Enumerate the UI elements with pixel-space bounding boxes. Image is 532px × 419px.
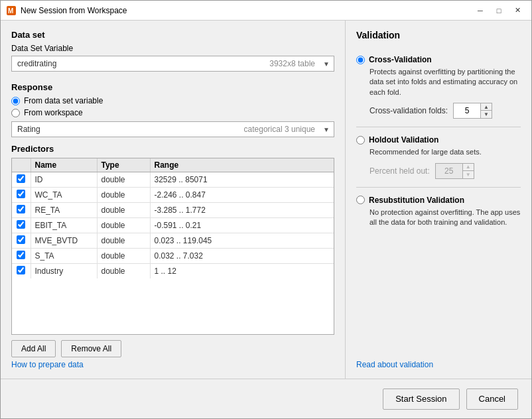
validation-section-title: Validation [356,30,521,40]
row-checkbox[interactable] [17,235,25,244]
divider1 [356,127,521,127]
left-panel: Data set Data Set Variable creditrating … [1,21,346,379]
main-window: M New Session from Workspace ─ □ ✕ Data … [0,0,532,419]
dataset-dropdown-info: 3932x8 table [269,59,315,68]
how-to-prepare-link[interactable]: How to prepare data [11,360,334,369]
folds-increment-button[interactable]: ▲ [481,103,492,111]
holdout-validation-radio[interactable] [356,136,365,145]
row-checkbox[interactable] [17,205,25,213]
resubstitution-title-row: Resubstitution Validation [356,196,521,205]
row-type-cell: double [97,249,150,264]
resubstitution-validation-option: Resubstitution Validation No protection … [356,196,521,228]
holdout-spinner: 25 ▲ ▼ [435,163,474,179]
row-checkbox[interactable] [17,251,25,259]
predictor-table-body: ID double 32529 .. 85071 WC_TA double -2… [12,172,334,279]
col-header-type: Type [97,158,150,172]
row-type-cell: double [97,203,150,218]
remove-all-button[interactable]: Remove All [61,340,121,357]
holdout-input: 25 [436,164,462,178]
response-option2-row[interactable]: From workspace [11,108,334,117]
holdout-decrement-button: ▼ [463,171,474,178]
response-radio-group: From data set variable From workspace [11,96,334,117]
maximize-button[interactable]: □ [490,4,507,17]
row-type-cell: double [97,264,150,279]
cross-validation-label: Cross-Validation [369,55,432,64]
holdout-percent-label: Percent held out: [369,166,430,176]
response-option1-radio[interactable] [11,97,20,105]
row-range-cell: 0.023 .. 119.045 [150,233,334,249]
predictor-btn-row: Add All Remove All [11,340,334,357]
row-check-cell [12,218,31,233]
table-row: EBIT_TA double -0.591 .. 0.21 [12,218,334,233]
response-option2-label: From workspace [24,108,83,117]
minimize-button[interactable]: ─ [472,4,489,17]
dataset-variable-label: Data Set Variable [11,44,334,53]
cross-validation-radio[interactable] [356,56,365,64]
response-option1-row[interactable]: From data set variable [11,96,334,105]
read-about-link[interactable]: Read about validation [356,360,521,369]
response-dropdown-name: Rating [17,125,244,134]
col-header-range: Range [150,158,334,172]
resubstitution-validation-radio[interactable] [356,196,365,204]
predictor-table-container: Name Type Range ID double 32529 .. 85071 [11,158,334,335]
row-checkbox[interactable] [17,266,25,274]
cancel-button[interactable]: Cancel [466,389,518,410]
response-section: Response From data set variable From wor… [11,82,334,137]
start-session-button[interactable]: Start Session [383,389,459,410]
response-dropdown[interactable]: Rating categorical 3 unique ▼ [11,121,334,137]
main-content: Data set Data Set Variable creditrating … [1,21,531,379]
response-option2-radio[interactable] [11,109,20,117]
response-dropdown-arrow-icon: ▼ [323,126,330,133]
app-icon: M [6,5,17,16]
folds-row: Cross-validation folds: 5 ▲ ▼ [369,103,521,119]
table-row: Industry double 1 .. 12 [12,264,334,279]
dataset-dropdown-wrapper: creditrating 3932x8 table ▼ [11,56,334,72]
row-range-cell: -0.591 .. 0.21 [150,218,334,233]
row-type-cell: double [97,188,150,203]
resubstitution-validation-desc: No protection against overfitting. The a… [369,208,521,228]
titlebar: M New Session from Workspace ─ □ ✕ [1,1,531,21]
predictor-table: Name Type Range ID double 32529 .. 85071 [12,158,334,278]
holdout-validation-title-row: Holdout Validation [356,135,521,145]
row-check-cell [12,172,31,188]
row-name-cell: S_TA [31,249,97,264]
dataset-dropdown[interactable]: creditrating 3932x8 table ▼ [11,56,334,72]
window-controls: ─ □ ✕ [472,4,526,17]
cross-validation-desc: Protects against overfitting by partitio… [369,67,521,97]
add-all-button[interactable]: Add All [11,340,56,357]
col-header-name: Name [31,158,97,172]
row-name-cell: WC_TA [31,188,97,203]
folds-spinner: 5 ▲ ▼ [453,103,492,119]
row-check-cell [12,233,31,249]
folds-decrement-button[interactable]: ▼ [481,111,492,118]
row-range-cell: -3.285 .. 1.772 [150,203,334,218]
row-name-cell: RE_TA [31,203,97,218]
svg-text:M: M [8,7,13,15]
folds-spinner-arrows: ▲ ▼ [480,103,492,118]
right-panel: Validation Cross-Validation Protects aga… [346,21,531,379]
right-bottom: Read about validation [356,235,521,369]
row-range-cell: 32529 .. 85071 [150,172,334,188]
table-row: RE_TA double -3.285 .. 1.772 [12,203,334,218]
row-check-cell [12,249,31,264]
row-name-cell: Industry [31,264,97,279]
row-checkbox[interactable] [17,174,25,183]
row-checkbox[interactable] [17,190,25,198]
table-row: WC_TA double -2.246 .. 0.847 [12,188,334,203]
row-checkbox[interactable] [17,220,25,229]
row-range-cell: 1 .. 12 [150,264,334,279]
holdout-validation-option: Holdout Validation Recommended for large… [356,135,521,178]
dataset-dropdown-value: creditrating [17,59,269,68]
row-name-cell: EBIT_TA [31,218,97,233]
holdout-row: Percent held out: 25 ▲ ▼ [369,163,521,179]
folds-input[interactable]: 5 [454,103,480,118]
window-title: New Session from Workspace [21,6,468,15]
predictor-table-scroll[interactable]: Name Type Range ID double 32529 .. 85071 [12,158,334,334]
response-section-title: Response [11,82,334,92]
holdout-validation-desc: Recommended for large data sets. [369,147,521,157]
table-row: ID double 32529 .. 85071 [12,172,334,188]
row-type-cell: double [97,233,150,249]
close-button[interactable]: ✕ [509,4,526,17]
row-name-cell: ID [31,172,97,188]
cross-validation-option: Cross-Validation Protects against overfi… [356,55,521,119]
